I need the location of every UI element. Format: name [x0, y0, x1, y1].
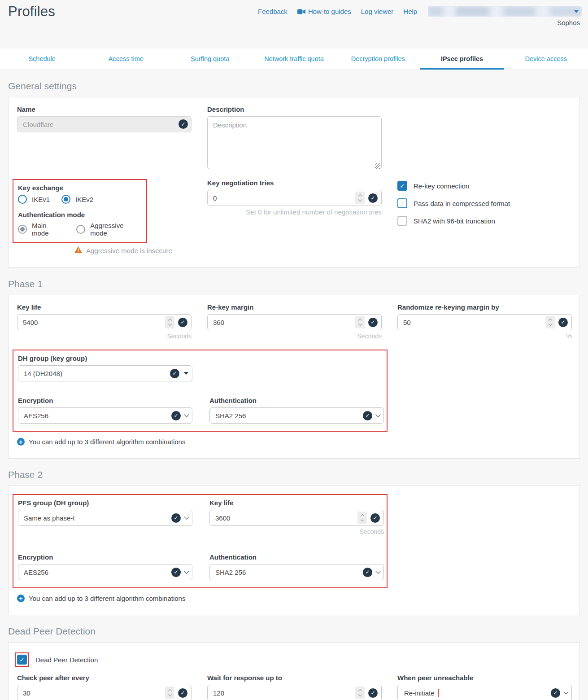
chevron-down-icon: [184, 569, 189, 573]
valid-check-icon: ✓: [368, 193, 378, 203]
compressed-format-checkbox[interactable]: ✓: [397, 198, 407, 208]
chevron-down-icon: [574, 10, 579, 13]
description-input[interactable]: [207, 116, 382, 169]
chevron-down-icon: [375, 412, 380, 417]
radio-icon: [76, 225, 85, 234]
radio-main-mode[interactable]: Main mode: [18, 222, 65, 237]
rekey-margin-field: Re-key margin 360 ✓ Seconds: [207, 303, 382, 340]
plus-circle-icon[interactable]: +: [17, 438, 25, 446]
valid-check-icon: ✓: [551, 688, 560, 698]
number-stepper[interactable]: [545, 316, 555, 328]
phase1-authentication-field: Authentication SHA2 256 ✓: [209, 397, 384, 424]
key-negotiation-label: Key negotiation tries: [207, 179, 382, 187]
redacted-account-text: [428, 6, 582, 17]
number-stepper[interactable]: [165, 687, 174, 699]
phase2-add-combination[interactable]: + You can add up to 3 different algorith…: [17, 595, 571, 602]
randomize-margin-input[interactable]: 50 ✓: [397, 314, 572, 330]
valid-check-icon: ✓: [368, 318, 378, 327]
tab-decryption-profiles[interactable]: Decryption profiles: [336, 48, 420, 70]
video-camera-icon: [297, 9, 305, 14]
key-exchange-label: Key exchange: [18, 184, 142, 192]
valid-check-icon: ✓: [171, 411, 181, 420]
tab-access-time[interactable]: Access time: [84, 48, 168, 70]
when-unreachable-select[interactable]: Re-initiate ✓: [397, 685, 572, 700]
dpd-panel: ✓ Dead Peer Detection Check peer after e…: [8, 642, 580, 700]
dpd-toggle-label: Dead Peer Detection: [35, 656, 98, 664]
phase2-key-life-input[interactable]: 3600 ✓: [209, 510, 384, 526]
valid-check-icon: ✓: [370, 513, 380, 523]
valid-check-icon: ✓: [171, 513, 181, 523]
phase1-heading: Phase 1: [8, 279, 580, 289]
name-label: Name: [17, 105, 192, 113]
radio-aggressive-mode[interactable]: Aggressive mode: [76, 222, 142, 237]
sha2-truncation-row: SHA2 with 96-bit truncation: [397, 216, 572, 226]
rekey-margin-input[interactable]: 360 ✓: [207, 314, 382, 330]
valid-check-icon: ✓: [178, 688, 187, 698]
phase2-heading: Phase 2: [8, 469, 580, 480]
chevron-down-icon: [563, 689, 568, 694]
when-unreachable-field: When peer unreachable Re-initiate ✓: [397, 674, 572, 700]
phase1-key-life-field: Key life 5400 ✓ Seconds: [17, 303, 192, 340]
valid-check-icon: ✓: [363, 568, 372, 577]
dh-group-field: DH group (key group) 14 (DH2048) ✓: [18, 354, 192, 381]
phase1-encryption-field: Encryption AES256 ✓: [18, 397, 192, 424]
tab-network-traffic-quota[interactable]: Network traffic quota: [252, 48, 336, 70]
plus-circle-icon[interactable]: +: [17, 595, 25, 602]
rekey-connection-checkbox[interactable]: ✓: [397, 181, 407, 191]
chevron-down-icon: [184, 372, 188, 375]
description-field: Description: [207, 105, 382, 171]
description-label: Description: [207, 105, 382, 113]
name-field: Name Cloudflare ✓: [17, 105, 192, 132]
chevron-down-icon: [184, 412, 189, 417]
help-link[interactable]: Help: [403, 8, 417, 15]
number-stepper[interactable]: [357, 512, 367, 524]
highlight-box-phase2-algorithms: PFS group (DH group) Same as phase-I ✓ K…: [13, 494, 388, 588]
radio-ikev1[interactable]: IKEv1: [18, 195, 50, 204]
tab-device-access[interactable]: Device access: [504, 48, 588, 70]
number-stepper[interactable]: [165, 316, 174, 328]
radio-selected-icon: [61, 195, 70, 204]
compressed-format-row: ✓ Pass data in compressed format: [397, 198, 572, 208]
sha2-truncation-checkbox[interactable]: [397, 216, 407, 226]
phase1-key-life-input[interactable]: 5400 ✓: [17, 314, 192, 330]
dh-group-select[interactable]: 14 (DH2048) ✓: [18, 365, 192, 381]
number-stepper[interactable]: [355, 192, 365, 204]
radio-ikev2[interactable]: IKEv2: [61, 195, 93, 204]
phase1-add-combination[interactable]: + You can add up to 3 different algorith…: [17, 438, 571, 446]
phase2-key-life-field: Key life 3600 ✓ Seconds: [209, 499, 384, 535]
highlight-box-key-exchange: Key exchange IKEv1 IKEv2 Authentication …: [13, 179, 147, 243]
key-negotiation-help: Set 0 for unlimited number of negotiatio…: [207, 208, 382, 216]
wait-response-field: Wait for response up to 120 ✓ Seconds: [207, 674, 382, 700]
log-viewer-link[interactable]: Log viewer: [361, 8, 394, 15]
general-settings-heading: General settings: [8, 81, 580, 92]
general-settings-panel: Name Cloudflare ✓ Description Key exchan…: [8, 97, 580, 268]
chevron-down-icon: [375, 569, 380, 573]
check-peer-input[interactable]: 30 ✓: [17, 685, 192, 700]
check-peer-field: Check peer after every 30 ✓ Seconds: [17, 674, 192, 700]
phase2-encryption-select[interactable]: AES256 ✓: [18, 564, 192, 580]
phase2-authentication-select[interactable]: SHA2 256 ✓: [209, 564, 384, 580]
phase1-authentication-select[interactable]: SHA2 256 ✓: [209, 407, 384, 424]
wait-response-input[interactable]: 120 ✓: [207, 685, 382, 700]
howto-guides-link[interactable]: How-to guides: [297, 8, 351, 15]
resize-handle-icon[interactable]: [375, 163, 380, 169]
phase2-panel: PFS group (DH group) Same as phase-I ✓ K…: [8, 486, 580, 615]
account-selector[interactable]: [428, 6, 582, 17]
chevron-down-icon: [184, 514, 189, 519]
dpd-checkbox[interactable]: ✓: [17, 655, 27, 665]
name-input[interactable]: Cloudflare: [17, 116, 192, 132]
valid-check-icon: ✓: [179, 119, 188, 129]
randomize-margin-field: Randomize re-keying margin by 50 ✓ %: [397, 303, 572, 340]
number-stepper[interactable]: [355, 316, 365, 328]
tab-ipsec-profiles[interactable]: IPsec profiles: [420, 48, 504, 70]
number-stepper[interactable]: [355, 687, 365, 699]
highlight-box-reinitiate: Re-initiate: [403, 689, 439, 697]
valid-check-icon: ✓: [171, 568, 181, 577]
feedback-link[interactable]: Feedback: [258, 8, 287, 15]
phase1-encryption-select[interactable]: AES256 ✓: [18, 407, 192, 424]
tab-surfing-quota[interactable]: Surfing quota: [168, 48, 252, 70]
tab-schedule[interactable]: Schedule: [0, 48, 84, 70]
rekey-connection-row: ✓ Re-key connection: [397, 181, 572, 191]
pfs-group-select[interactable]: Same as phase-I ✓: [18, 510, 192, 526]
key-negotiation-input[interactable]: 0 ✓: [207, 190, 382, 206]
